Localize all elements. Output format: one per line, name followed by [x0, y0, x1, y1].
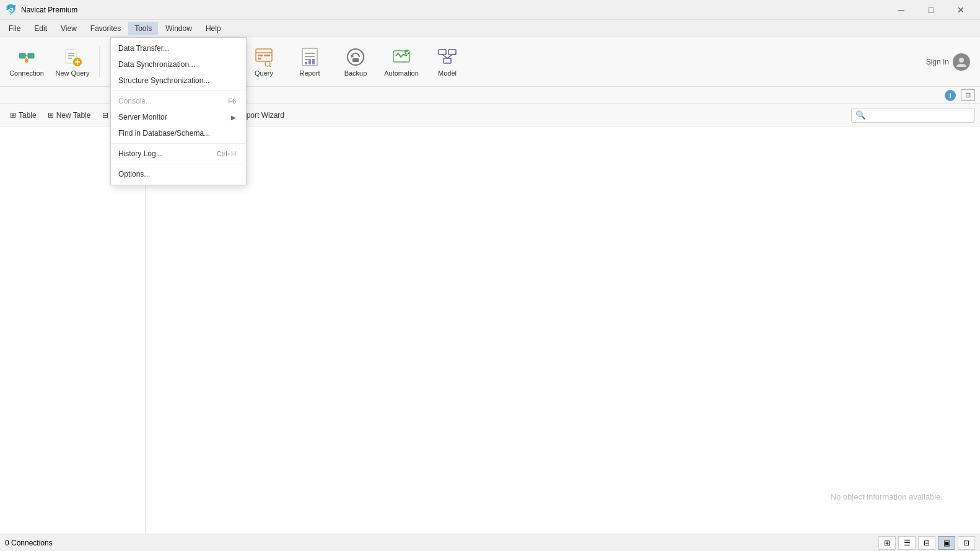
- statusbar: 0 Connections ⊞ ☰ ⊟ ▣ ⊡: [0, 534, 980, 551]
- menubar: File Edit View Favorites Tools Window He…: [0, 20, 980, 37]
- report-button[interactable]: Report: [288, 40, 331, 84]
- connections-status: 0 Connections: [5, 539, 53, 547]
- signin-link[interactable]: Sign In: [926, 58, 949, 66]
- new-query-label: New Query: [55, 69, 89, 77]
- table-label: Table: [19, 111, 37, 120]
- menu-structure-sync[interactable]: Structure Synchronization...: [111, 73, 246, 89]
- svg-rect-31: [352, 58, 359, 62]
- svg-rect-34: [439, 50, 446, 55]
- app-title: Navicat Premium: [21, 6, 77, 14]
- close-button[interactable]: ✕: [947, 0, 975, 20]
- info-icon[interactable]: i: [945, 90, 956, 101]
- window-controls: ─ □ ✕: [887, 0, 975, 20]
- svg-point-30: [348, 49, 364, 65]
- svg-line-22: [269, 66, 271, 67]
- model-label: Model: [438, 69, 457, 77]
- svg-point-21: [265, 61, 270, 66]
- user-avatar[interactable]: [953, 53, 970, 71]
- query-icon: [254, 47, 274, 67]
- menu-console: Console... F6: [111, 93, 246, 109]
- connection-label: Connection: [9, 69, 44, 77]
- svg-line-37: [442, 55, 447, 58]
- svg-rect-28: [308, 60, 311, 64]
- menu-favorites[interactable]: Favorites: [84, 22, 127, 35]
- svg-rect-27: [305, 62, 307, 64]
- menu-history-log[interactable]: History Log... Ctrl+H: [111, 146, 246, 162]
- no-object-info: No object information available.: [831, 492, 943, 501]
- view-btn-split[interactable]: ▣: [938, 536, 955, 550]
- titlebar: 🐬 Navicat Premium ─ □ ✕: [0, 0, 980, 20]
- query-label: Query: [255, 69, 273, 77]
- minimize-button[interactable]: ─: [887, 0, 916, 20]
- menu-data-sync[interactable]: Data Synchronization...: [111, 56, 246, 73]
- svg-line-38: [447, 55, 452, 58]
- query-button[interactable]: Query: [242, 40, 286, 84]
- view-btn-full[interactable]: ⊡: [958, 536, 975, 550]
- view-toggle[interactable]: ⊡: [961, 89, 975, 101]
- backup-label: Backup: [344, 69, 367, 77]
- svg-rect-18: [258, 55, 263, 56]
- dropdown-sep-3: [111, 164, 246, 164]
- automation-label: Automation: [384, 69, 419, 77]
- svg-rect-19: [264, 55, 270, 56]
- model-icon: [437, 47, 457, 67]
- svg-rect-36: [444, 58, 451, 63]
- menu-help[interactable]: Help: [199, 22, 227, 35]
- search-input[interactable]: [851, 108, 975, 123]
- new-table-button[interactable]: ⊞ New Table: [43, 108, 96, 122]
- report-label: Report: [299, 69, 320, 77]
- view-buttons: ⊞ ☰ ⊟ ▣ ⊡: [878, 536, 975, 550]
- backup-button[interactable]: Backup: [334, 40, 377, 84]
- svg-point-3: [25, 59, 28, 63]
- menu-find-in-db[interactable]: Find in Database/Schema...: [111, 125, 246, 141]
- view-btn-list[interactable]: ☰: [898, 536, 916, 550]
- new-query-icon: [63, 47, 82, 67]
- menu-tools[interactable]: Tools: [128, 22, 158, 35]
- dropdown-sep-2: [111, 143, 246, 144]
- menu-file[interactable]: File: [2, 22, 27, 35]
- maximize-button[interactable]: □: [917, 0, 945, 20]
- menu-options[interactable]: Options...: [111, 166, 246, 182]
- model-button[interactable]: Model: [426, 40, 469, 84]
- connection-button[interactable]: Connection: [5, 40, 48, 84]
- signin-area: Sign In: [926, 53, 975, 71]
- svg-rect-0: [19, 53, 25, 58]
- svg-rect-20: [258, 58, 261, 60]
- tools-dropdown-menu: Data Transfer... Data Synchronization...…: [110, 37, 247, 185]
- automation-button[interactable]: Automation: [380, 40, 423, 84]
- main-layout: No object information available.: [0, 126, 980, 551]
- table-icon: ⊞: [10, 111, 16, 120]
- menu-view[interactable]: View: [55, 22, 83, 35]
- svg-point-39: [959, 58, 964, 63]
- report-icon: [300, 47, 320, 67]
- menu-server-monitor[interactable]: Server Monitor ▶: [111, 109, 246, 125]
- dropdown-sep-1: [111, 90, 246, 91]
- svg-rect-1: [28, 53, 34, 58]
- menu-data-transfer[interactable]: Data Transfer...: [111, 40, 246, 56]
- new-table-icon: ⊞: [48, 111, 54, 120]
- automation-icon: [392, 47, 411, 67]
- svg-rect-29: [312, 59, 315, 64]
- table-button[interactable]: ⊞ Table: [5, 108, 42, 122]
- menu-window[interactable]: Window: [159, 22, 198, 35]
- toolbar-sep-1: [99, 46, 100, 77]
- view-btn-detail[interactable]: ⊟: [918, 536, 935, 550]
- backup-icon: [346, 47, 365, 67]
- new-table-label: New Table: [56, 111, 91, 120]
- view-btn-grid[interactable]: ⊞: [878, 536, 896, 550]
- menu-edit[interactable]: Edit: [28, 22, 53, 35]
- connection-icon: [17, 47, 37, 67]
- svg-rect-35: [448, 50, 456, 55]
- delete-icon: ⊟: [102, 111, 108, 120]
- sidebar: [0, 126, 146, 551]
- new-query-button[interactable]: New Query: [51, 40, 94, 84]
- app-logo: 🐬: [5, 4, 17, 15]
- main-content: No object information available.: [146, 126, 980, 551]
